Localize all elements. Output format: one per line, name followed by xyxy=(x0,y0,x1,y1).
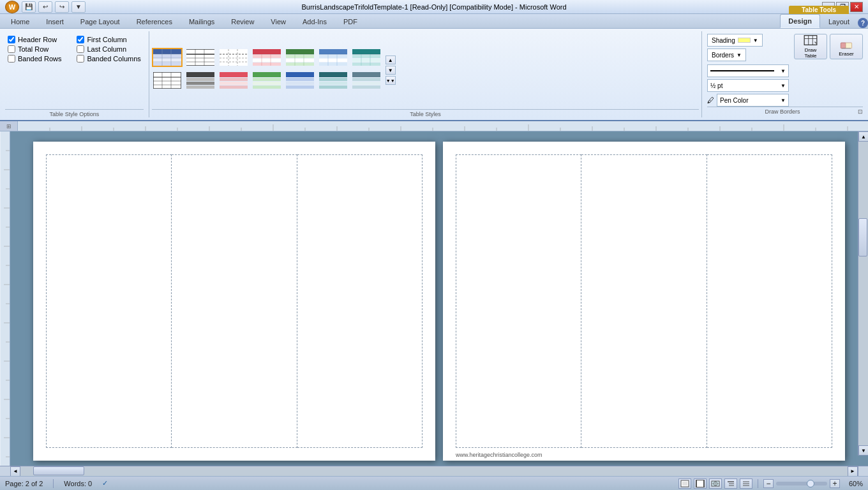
header-row-option[interactable]: Header Row xyxy=(8,36,71,43)
svg-rect-2 xyxy=(153,59,181,62)
gallery-scroll: ▲ ▼ ▼▼ xyxy=(385,56,396,85)
scroll-up-button[interactable]: ▲ xyxy=(858,131,868,142)
table-style-12[interactable] xyxy=(285,71,315,90)
svg-rect-70 xyxy=(286,78,314,81)
draw-borders-section: Shading ▼ Borders ▼ xyxy=(702,31,868,117)
table-style-11[interactable] xyxy=(251,71,282,90)
scroll-h-track[interactable] xyxy=(20,466,848,476)
svg-rect-80 xyxy=(352,85,380,89)
banded-rows-option[interactable]: Banded Rows xyxy=(8,55,71,63)
table-style-1[interactable] xyxy=(152,48,183,67)
view-full-screen[interactable] xyxy=(694,479,707,489)
table-style-5[interactable] xyxy=(285,48,315,67)
scroll-v-thumb[interactable] xyxy=(858,218,867,256)
banded-rows-checkbox[interactable] xyxy=(8,55,15,63)
zoom-slider[interactable] xyxy=(776,482,827,486)
gallery-scroll-more[interactable]: ▼▼ xyxy=(385,76,396,85)
table-style-10[interactable] xyxy=(218,71,249,90)
tab-review[interactable]: Review xyxy=(223,14,262,28)
table-style-3[interactable] xyxy=(218,48,249,67)
scroll-v-track[interactable] xyxy=(858,142,868,445)
zoom-in-button[interactable]: + xyxy=(830,479,840,488)
tab-pdf[interactable]: PDF xyxy=(335,14,366,28)
svg-rect-46 xyxy=(352,59,380,62)
scroll-right-button[interactable]: ► xyxy=(848,466,858,477)
first-column-option[interactable]: First Column xyxy=(77,36,140,43)
tab-home[interactable]: Home xyxy=(3,14,38,28)
page2-cell-1-1[interactable] xyxy=(456,155,581,448)
zoom-out-button[interactable]: − xyxy=(763,479,774,488)
view-web-layout[interactable] xyxy=(709,479,722,489)
scroll-down-button[interactable]: ▼ xyxy=(858,445,868,456)
table-style-8[interactable] xyxy=(152,71,183,90)
tab-design[interactable]: Design xyxy=(780,14,820,28)
gallery-scroll-up[interactable]: ▲ xyxy=(385,56,396,64)
page2-cell-1-2[interactable] xyxy=(581,155,707,448)
borders-row: Borders ▼ xyxy=(707,48,789,61)
line-style-dropdown[interactable]: ▼ xyxy=(707,64,789,77)
zoom-thumb[interactable] xyxy=(807,480,814,487)
view-print-layout[interactable] xyxy=(678,479,691,489)
customize-btn[interactable]: ▼ xyxy=(71,1,86,13)
tab-insert[interactable]: Insert xyxy=(38,14,72,28)
eraser-button[interactable]: Eraser xyxy=(830,34,863,59)
svg-rect-63 xyxy=(220,82,248,85)
view-draft[interactable] xyxy=(740,479,752,489)
tab-references[interactable]: References xyxy=(128,14,181,28)
shading-dropdown[interactable]: Shading ▼ xyxy=(707,34,763,47)
table-style-9[interactable] xyxy=(185,71,216,90)
svg-rect-64 xyxy=(220,85,248,89)
undo-button[interactable]: ↩ xyxy=(38,1,52,13)
help-button[interactable]: ? xyxy=(858,18,868,28)
svg-rect-51 xyxy=(153,72,181,89)
first-column-checkbox[interactable] xyxy=(77,36,84,43)
svg-rect-9 xyxy=(186,49,214,66)
save-button[interactable]: 💾 xyxy=(22,1,36,13)
pen-color-dropdown[interactable]: Pen Color ▼ xyxy=(717,94,789,107)
line-weight-dropdown[interactable]: ½ pt ▼ xyxy=(707,79,789,92)
total-row-checkbox[interactable] xyxy=(8,45,15,53)
gallery-scroll-down[interactable]: ▼ xyxy=(385,66,396,75)
table-style-2[interactable] xyxy=(185,48,216,67)
svg-rect-30 xyxy=(286,49,314,54)
page1-cell-1-2[interactable] xyxy=(172,155,297,448)
svg-rect-79 xyxy=(352,82,380,85)
tab-page-layout[interactable]: Page Layout xyxy=(72,14,128,28)
svg-rect-25 xyxy=(253,59,281,62)
header-row-checkbox[interactable] xyxy=(8,36,15,43)
redo-button[interactable]: ↪ xyxy=(55,1,69,13)
tab-mailings[interactable]: Mailings xyxy=(181,14,223,28)
last-column-option[interactable]: Last Column xyxy=(77,45,140,53)
borders-label: Borders xyxy=(712,52,734,59)
vertical-scrollbar[interactable]: ▲ ▼ xyxy=(858,131,868,456)
page2-cell-1-3[interactable] xyxy=(707,155,832,448)
banded-rows-label: Banded Rows xyxy=(18,55,62,63)
table-styles-section: ▲ ▼ ▼▼ Table Styles xyxy=(149,31,702,117)
tab-view[interactable]: View xyxy=(262,14,294,28)
draw-borders-expand[interactable]: ⊡ xyxy=(858,108,863,115)
horizontal-scrollbar[interactable]: ◄ ► xyxy=(0,466,868,476)
page1-cell-1-3[interactable] xyxy=(297,155,422,448)
scroll-left-button[interactable]: ◄ xyxy=(10,466,20,477)
banded-columns-checkbox[interactable] xyxy=(77,55,84,63)
svg-rect-37 xyxy=(319,49,347,54)
vertical-ruler-svg xyxy=(1,131,10,466)
banded-columns-option[interactable]: Banded Columns xyxy=(77,55,140,63)
table-style-7[interactable] xyxy=(351,48,382,67)
last-column-checkbox[interactable] xyxy=(77,45,84,53)
office-button[interactable]: W xyxy=(5,1,19,13)
view-outline[interactable] xyxy=(724,479,737,489)
tab-addins[interactable]: Add-Ins xyxy=(294,14,335,28)
spell-check-icon[interactable]: ✓ xyxy=(102,479,108,487)
table-style-13[interactable] xyxy=(318,71,348,90)
table-style-6[interactable] xyxy=(318,48,348,67)
tab-layout[interactable]: Layout xyxy=(820,14,858,28)
table-style-14[interactable] xyxy=(351,71,382,90)
page1-cell-1-1[interactable] xyxy=(47,155,172,448)
draw-table-button[interactable]: DrawTable xyxy=(794,34,827,59)
document-area: www.heritagechristiancollege.com xyxy=(10,131,868,466)
table-style-4[interactable] xyxy=(251,48,282,67)
scroll-h-thumb[interactable] xyxy=(33,466,84,475)
total-row-option[interactable]: Total Row xyxy=(8,45,71,53)
borders-dropdown[interactable]: Borders ▼ xyxy=(707,48,746,61)
